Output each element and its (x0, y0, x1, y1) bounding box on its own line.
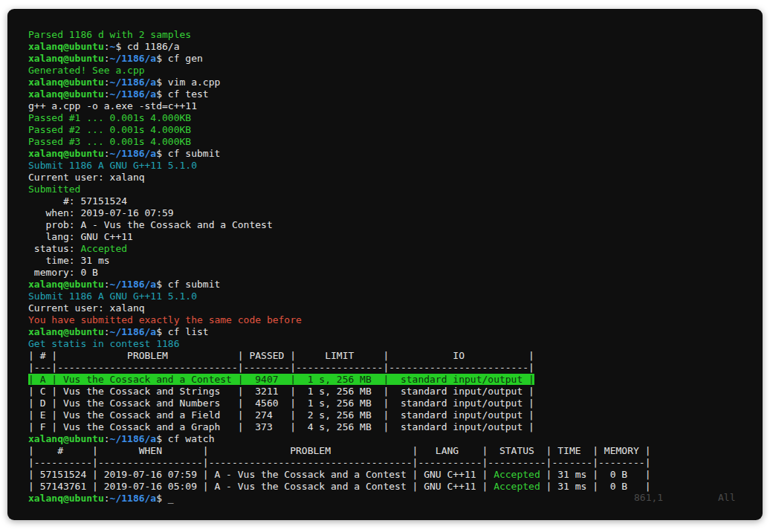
terminal-line: prob: A - Vus the Cossack and a Contest (28, 219, 757, 231)
vim-ruler-artifact: 861,1 (634, 492, 663, 504)
terminal-line: xalanq@ubuntu:~/1186/a$ cf list (28, 326, 757, 338)
terminal-line: Passed #2 ... 0.001s 4.000KB (28, 124, 757, 136)
terminal-cursor: _ (168, 493, 174, 504)
terminal-line: memory: 0 B (28, 267, 757, 279)
terminal-line: You have submitted exactly the same code… (28, 314, 757, 326)
terminal-line: xalanq@ubuntu:~$ cd 1186/a (28, 41, 757, 53)
terminal-line: | 57143761 | 2019-07-16 05:09 | A - Vus … (28, 481, 757, 493)
terminal-line: | F | Vus the Cossack and a Graph | 373 … (28, 421, 757, 433)
highlighted-table-row: | A | Vus the Cossack and a Contest | 94… (28, 374, 534, 385)
terminal-output: Parsed 1186 d with 2 samplesxalanq@ubunt… (28, 29, 757, 505)
terminal-line: Get statis in contest 1186 (28, 338, 757, 350)
terminal-line: Current user: xalanq (28, 172, 757, 184)
terminal-line: | # | PROBLEM | PASSED | LIMIT | IO | (28, 350, 757, 362)
desktop-background: Parsed 1186 d with 2 samplesxalanq@ubunt… (0, 0, 770, 532)
terminal-line: Submit 1186 A GNU G++11 5.1.0 (28, 160, 757, 172)
terminal-line: | D | Vus the Cossack and Numbers | 4560… (28, 398, 757, 409)
terminal-line: lang: GNU C++11 (28, 231, 757, 243)
terminal-line: Passed #1 ... 0.001s 4.000KB (28, 112, 757, 124)
terminal-line: xalanq@ubuntu:~/1186/a$ cf submit (28, 148, 757, 160)
terminal-line: | # | WHEN | PROBLEM | LANG | STATUS | T… (28, 445, 757, 457)
terminal-line: Current user: xalanq (28, 302, 757, 314)
terminal-line: | E | Vus the Cossack and a Field | 274 … (28, 409, 757, 421)
terminal-line: g++ a.cpp -o a.exe -std=c++11 (28, 100, 757, 112)
terminal-line: Generated! See a.cpp (28, 65, 757, 77)
terminal-line: |---|-------------------------------|---… (28, 362, 757, 374)
terminal-line: xalanq@ubuntu:~/1186/a$ cf watch (28, 433, 757, 445)
terminal-line: status: Accepted (28, 243, 757, 255)
terminal-line: | A | Vus the Cossack and a Contest | 94… (28, 374, 757, 386)
terminal-line: when: 2019-07-16 07:59 (28, 207, 757, 219)
terminal-window[interactable]: Parsed 1186 d with 2 samplesxalanq@ubunt… (7, 9, 763, 520)
vim-scroll-artifact: All (718, 492, 735, 504)
terminal-line: Parsed 1186 d with 2 samples (28, 29, 757, 41)
terminal-line: xalanq@ubuntu:~/1186/a$ vim a.cpp (28, 77, 757, 88)
terminal-line: | C | Vus the Cossack and Strings | 3211… (28, 386, 757, 398)
terminal-line: xalanq@ubuntu:~/1186/a$ cf test (28, 88, 757, 100)
terminal-line: xalanq@ubuntu:~/1186/a$ cf gen (28, 53, 757, 65)
terminal-line: xalanq@ubuntu:~/1186/a$ cf submit (28, 279, 757, 291)
terminal-line: |----------|------------------|---------… (28, 457, 757, 469)
terminal-line: Submit 1186 A GNU G++11 5.1.0 (28, 291, 757, 302)
terminal-line: time: 31 ms (28, 255, 757, 267)
terminal-line: Passed #3 ... 0.001s 4.000KB (28, 136, 757, 148)
terminal-line: | 57151524 | 2019-07-16 07:59 | A - Vus … (28, 469, 757, 481)
terminal-line: Submitted (28, 184, 757, 195)
terminal-line: #: 57151524 (28, 195, 757, 207)
